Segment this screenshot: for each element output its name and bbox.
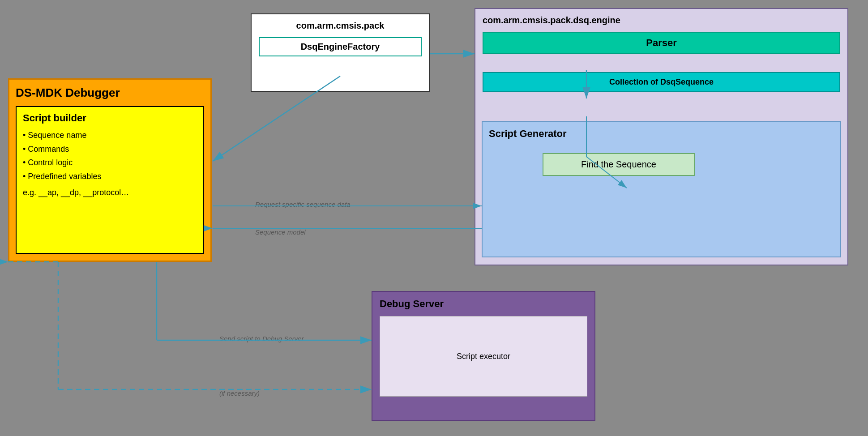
list-item-eg: e.g. __ap, __dp, __protocol… (23, 186, 197, 200)
script-builder-title: Script builder (23, 112, 197, 124)
script-executor-box: Script executor (380, 316, 587, 397)
send-script-label: Send script to Debug Server (219, 335, 304, 342)
if-necessary-label: (if necessary) (219, 389, 260, 397)
sequence-model-label: Sequence model (255, 228, 306, 236)
list-item-control: • Control logic (23, 156, 197, 170)
request-label: Request specific sequence data (255, 201, 351, 208)
cmsis-pack-title: com.arm.cmsis.pack (259, 21, 422, 31)
list-item-commands: • Commands (23, 142, 197, 156)
script-builder-list: • Sequence name • Commands • Control log… (23, 128, 197, 200)
script-executor-label: Script executor (457, 352, 510, 361)
list-item-seq-name: • Sequence name (23, 128, 197, 142)
dsq-factory-box: DsqEngineFactory (259, 37, 422, 56)
collection-label: Collection of DsqSequence (609, 77, 714, 86)
find-seq-label: Find the Sequence (581, 159, 656, 169)
list-item-predefined: • Predefined variables (23, 170, 197, 184)
script-gen-title: Script Generator (489, 128, 834, 140)
dsmdk-debugger-box: DS-MDK Debugger Script builder • Sequenc… (8, 78, 212, 262)
dsq-engine-title: com.arm.cmsis.pack.dsq.engine (483, 15, 840, 26)
script-gen-box: Script Generator Find the Sequence (482, 121, 841, 257)
collection-box: Collection of DsqSequence (483, 72, 840, 92)
script-builder-box: Script builder • Sequence name • Command… (16, 106, 204, 254)
debug-server-title: Debug Server (380, 298, 587, 310)
dsmdk-title: DS-MDK Debugger (16, 86, 204, 100)
dsq-factory-label: DsqEngineFactory (301, 42, 380, 51)
cmsis-pack-box: com.arm.cmsis.pack DsqEngineFactory (251, 13, 430, 92)
debug-server-box: Debug Server Script executor (372, 291, 595, 421)
find-seq-box: Find the Sequence (543, 153, 695, 176)
parser-box: Parser (483, 32, 840, 54)
parser-label: Parser (646, 37, 677, 48)
